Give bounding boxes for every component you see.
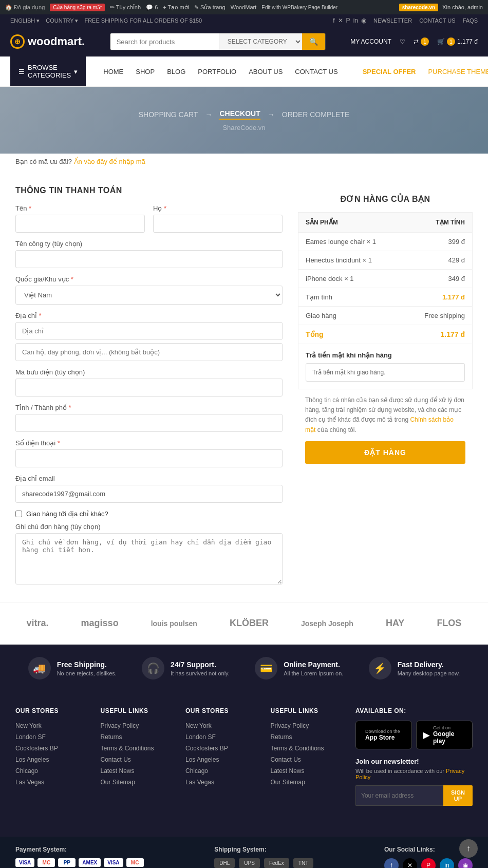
newsletter-link[interactable]: NEWSLETTER xyxy=(373,17,412,24)
address-input[interactable] xyxy=(15,322,283,340)
footer-link[interactable]: Cockfosters BP xyxy=(15,745,58,752)
address2-input[interactable] xyxy=(15,343,283,361)
facebook-icon[interactable]: f xyxy=(333,17,334,24)
logo[interactable]: ⊕ woodmart. xyxy=(10,34,85,49)
delivery-text: Fast Delivery. Many desktop page now. xyxy=(398,661,460,676)
admin-edit[interactable]: ✎ Sửa trang xyxy=(194,4,226,11)
brand-klober[interactable]: KLÖBER xyxy=(230,618,269,629)
admin-comments[interactable]: 💬 6 xyxy=(146,4,158,11)
admin-customize[interactable]: ✏ Tùy chỉnh xyxy=(110,4,141,11)
newsletter-email-input[interactable] xyxy=(355,785,443,806)
footer-instagram-link[interactable]: ◉ xyxy=(458,858,473,868)
country-selector[interactable]: COUNTRY ▾ xyxy=(46,17,78,24)
footer-link[interactable]: Terms & Conditions xyxy=(271,745,324,752)
twitter-icon[interactable]: ✕ xyxy=(338,17,343,24)
nav-shop[interactable]: SHOP xyxy=(136,61,155,83)
nav-purchase-theme[interactable]: PURCHASE THEME xyxy=(428,61,488,83)
cart-icon[interactable]: 🛒 1 1.177 đ xyxy=(437,37,478,46)
category-select[interactable]: SELECT CATEGORY xyxy=(219,33,302,50)
contact-us-link[interactable]: CONTACT US xyxy=(419,17,456,24)
footer-link[interactable]: Chicago xyxy=(185,767,208,775)
search-button[interactable]: 🔍 xyxy=(302,33,325,50)
admin-store-notice[interactable]: Cửa hàng sắp ra mắt xyxy=(50,4,105,11)
footer-link[interactable]: Privacy Policy xyxy=(271,722,309,729)
pinterest-icon[interactable]: P xyxy=(346,17,350,24)
footer-link[interactable]: Las Vegas xyxy=(185,779,214,786)
cart-amount: 1.177 đ xyxy=(457,38,478,45)
footer-link[interactable]: Our Sitemap xyxy=(101,779,135,786)
postcode-input[interactable] xyxy=(15,379,283,397)
brand-vitra[interactable]: vitra. xyxy=(27,618,49,629)
wishlist-icon[interactable]: ♡ xyxy=(400,38,405,45)
features-strip: 🚚 Free Shipping. No one rejects, dislike… xyxy=(0,645,488,692)
footer-link[interactable]: Cockfosters BP xyxy=(185,745,228,752)
nav-blog[interactable]: BLOG xyxy=(167,61,185,83)
step-checkout[interactable]: CHECKOUT xyxy=(219,109,260,120)
instagram-icon[interactable]: ◉ xyxy=(361,17,366,24)
order-notes-input[interactable] xyxy=(15,533,283,584)
footer-facebook-link[interactable]: f xyxy=(384,858,399,868)
newsletter-signup-button[interactable]: SIGN UP xyxy=(443,785,473,806)
footer-pinterest-link[interactable]: P xyxy=(421,858,436,868)
brand-louis-poulsen[interactable]: louis poulsen xyxy=(151,619,197,628)
phone-input[interactable] xyxy=(15,449,283,467)
admin-new[interactable]: + Tạo mới xyxy=(163,4,189,11)
linkedin-icon[interactable]: in xyxy=(353,17,358,24)
step-shopping-cart[interactable]: SHOPPING CART xyxy=(139,110,198,119)
ship-different-checkbox[interactable] xyxy=(15,511,22,517)
country-select[interactable]: Việt Nam xyxy=(15,286,283,305)
search-bar: SELECT CATEGORY 🔍 xyxy=(110,33,326,50)
footer-link[interactable]: Returns xyxy=(271,733,292,741)
faqs-link[interactable]: FAQS xyxy=(463,17,478,24)
admin-woocommerce[interactable]: WoodMart xyxy=(231,4,257,10)
footer-link[interactable]: New York xyxy=(15,722,42,729)
step-order-complete[interactable]: ORDER COMPLETE xyxy=(282,110,349,119)
scroll-to-top-button[interactable]: ↑ xyxy=(459,839,478,858)
nav-about[interactable]: ABOUT US xyxy=(249,61,283,83)
coupon-link[interactable]: Ấn vào đây để nhập mã xyxy=(74,158,145,165)
admin-wpbakery[interactable]: Edit with WPBakery Page Builder xyxy=(261,5,337,10)
footer-link[interactable]: Chicago xyxy=(15,767,38,775)
app-store-button[interactable]: Download on the App Store xyxy=(355,721,412,749)
footer-link[interactable]: Contact Us xyxy=(271,756,301,763)
search-input[interactable] xyxy=(110,33,219,50)
brand-joseph-joseph[interactable]: Joseph Joseph xyxy=(301,619,353,628)
nav-special-offer[interactable]: SPECIAL OFFER xyxy=(363,61,416,83)
footer-link[interactable]: New York xyxy=(185,722,212,729)
nav-contact[interactable]: CONTACT US xyxy=(295,61,337,83)
brand-flos[interactable]: FLOS xyxy=(437,618,461,629)
footer-link[interactable]: Latest News xyxy=(101,767,135,775)
last-name-input[interactable] xyxy=(153,215,283,233)
google-play-button[interactable]: ▶ Get it on Google play xyxy=(416,721,473,749)
footer-link[interactable]: Los Angeles xyxy=(185,756,219,763)
footer-link[interactable]: London SF xyxy=(15,733,46,741)
email-input[interactable] xyxy=(15,485,283,503)
admin-bar-left: 🏠 Đô gia dụng Cửa hàng sắp ra mắt ✏ Tùy … xyxy=(5,4,337,11)
footer-link[interactable]: Latest News xyxy=(271,767,305,775)
language-selector[interactable]: ENGLISH ▾ xyxy=(10,17,40,24)
company-input[interactable] xyxy=(15,250,283,268)
place-order-button[interactable]: ĐẶT HÀNG xyxy=(305,441,465,464)
footer-linkedin-link[interactable]: in xyxy=(440,858,454,868)
ship-different-label[interactable]: Giao hàng tới địa chỉ khác? xyxy=(26,510,108,518)
list-item: New York xyxy=(185,722,260,729)
footer-link[interactable]: Privacy Policy xyxy=(101,722,139,729)
footer-link[interactable]: Returns xyxy=(101,733,122,741)
footer-link[interactable]: Las Vegas xyxy=(15,779,44,786)
footer-link[interactable]: Terms & Conditions xyxy=(101,745,154,752)
first-name-input[interactable] xyxy=(15,215,145,233)
nav-portfolio[interactable]: PORTFOLIO xyxy=(198,61,236,83)
footer-link[interactable]: Our Sitemap xyxy=(271,779,305,786)
footer-link[interactable]: Los Angeles xyxy=(15,756,49,763)
footer-twitter-link[interactable]: ✕ xyxy=(403,858,417,868)
nav-home[interactable]: HOME xyxy=(103,61,123,83)
brand-hay[interactable]: HAY xyxy=(386,618,404,629)
browse-categories-button[interactable]: ☰ BROWSE CATEGORIES ▾ xyxy=(10,56,86,86)
my-account-link[interactable]: MY ACCOUNT xyxy=(350,38,391,45)
footer-link[interactable]: London SF xyxy=(185,733,216,741)
city-input[interactable] xyxy=(15,414,283,432)
footer-link[interactable]: Contact Us xyxy=(101,756,131,763)
brand-magisso[interactable]: magisso xyxy=(81,618,119,629)
feature-delivery: ⚡ Fast Delivery. Many desktop page now. xyxy=(369,657,460,680)
compare-icon[interactable]: ⇄ 1 xyxy=(414,37,429,46)
